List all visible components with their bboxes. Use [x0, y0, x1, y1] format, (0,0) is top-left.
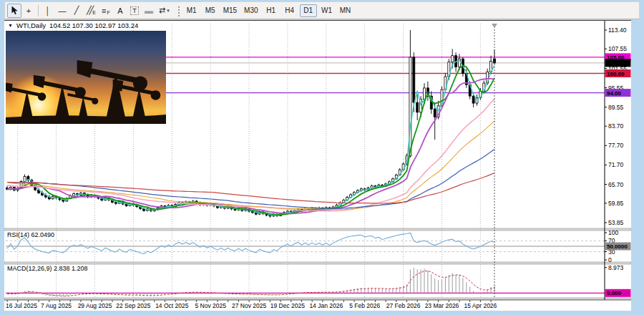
date-label: 16 Jul 2025 — [6, 302, 37, 309]
macd-signal-line — [7, 271, 494, 296]
chart-title: ▼ WTI,Daily 104.52 107.30 102.97 103.24 — [8, 21, 138, 29]
timeframe-m15-button[interactable]: M15 — [220, 4, 240, 17]
date-label: 5 Feb 2026 — [349, 302, 380, 309]
rsi-panel — [6, 233, 605, 253]
ohlc-values: 104.52 107.30 102.97 103.24 — [49, 21, 138, 29]
macd-panel — [6, 268, 605, 296]
price-tick-label: 71.70 — [608, 161, 624, 168]
price-tick-label: 53.85 — [608, 219, 624, 226]
panel-separator[interactable] — [4, 228, 631, 231]
candle-body — [424, 88, 426, 100]
trendline-icon: ╱ — [74, 6, 79, 15]
fibonacci-tool-button[interactable]: ≡F — [99, 4, 113, 18]
date-label: 5 Nov 2025 — [195, 302, 226, 309]
date-label: 22 Sep 2025 — [116, 302, 150, 309]
price-tick-label: 113.40 — [608, 26, 627, 34]
date-label: 15 Apr 2026 — [464, 302, 497, 309]
toolbar: +│—╱╱╱E≡FAT▬⇄▾ M1M5M15M30H1H4D1W1MN — [4, 1, 640, 19]
candle-body — [434, 109, 436, 117]
price-tick-label: 89.55 — [608, 104, 624, 111]
candle-body — [413, 57, 415, 102]
equidistant-channel-tool-button[interactable]: ╱╱E — [84, 4, 99, 18]
toolbar-tools: +│—╱╱╱E≡FAT▬⇄▾ — [7, 4, 172, 18]
price-badge-103.24: 103.24 — [607, 60, 625, 67]
candle-body — [409, 57, 411, 156]
candle-body — [416, 102, 419, 112]
fibonacci-icon: ≡ — [102, 6, 106, 15]
date-axis[interactable]: 16 Jul 20257 Aug 202529 Aug 202522 Sep 2… — [4, 300, 631, 311]
date-label: 14 Jan 2026 — [309, 302, 343, 309]
pumpjack-silhouettes — [6, 31, 166, 124]
cursor-icon — [11, 6, 18, 15]
rsi-line — [7, 233, 494, 253]
rsi-tick-label: 100 — [608, 229, 618, 236]
timeframe-m5-button[interactable]: M5 — [202, 4, 219, 17]
timeframe-h4-button[interactable]: H4 — [281, 4, 298, 17]
panel-separator[interactable] — [4, 262, 631, 264]
mt4-window: { "window": {"frame_color": "#b9d7ef"}, … — [0, 0, 644, 315]
timeframe-h1-button[interactable]: H1 — [263, 4, 280, 17]
crosshair-tool-button[interactable]: + — [21, 4, 36, 18]
chart-window: 113.40107.55101.5595.5589.5583.7077.7071… — [4, 20, 631, 311]
macd-zero-badge: 0.000 — [607, 290, 622, 296]
fibonacci-sub-letter: F — [107, 10, 109, 15]
date-label: 27 Feb 2026 — [386, 302, 421, 309]
date-label: 29 Aug 2025 — [78, 302, 112, 309]
trendline-tool-button[interactable]: ╱ — [69, 4, 84, 18]
price-tick-label: 77.70 — [608, 142, 624, 149]
text-icon: A — [117, 6, 122, 15]
horizontal-line-tool-button[interactable]: — — [55, 4, 69, 18]
price-tick-label: 83.70 — [608, 122, 624, 130]
macd-indicator-label: MACD(12,26,9) 2.838 1.208 — [7, 265, 88, 272]
rsi-indicator-label: RSI(14) 62.0490 — [7, 231, 54, 238]
candle-body — [24, 177, 26, 182]
price-axis[interactable]: 113.40107.55101.5595.5589.5583.7077.7071… — [605, 21, 631, 300]
price-tick-label: 107.55 — [608, 45, 627, 52]
crosshair-icon: + — [26, 6, 31, 15]
date-label: 7 Aug 2025 — [41, 302, 72, 309]
shapes-icon: ▬ — [145, 6, 153, 16]
symbol-dropdown-icon[interactable]: ▼ — [8, 23, 13, 28]
text-label-icon: T — [130, 6, 139, 15]
equidistant-channel-icon: ╱╱ — [87, 6, 92, 15]
timeframe-w1-button[interactable]: W1 — [318, 4, 336, 17]
date-label: 27 Nov 2025 — [232, 302, 266, 309]
rsi-level-badge: 50.0000 — [607, 243, 628, 250]
shapes-tool-button[interactable]: ▬ — [142, 4, 156, 18]
timeframe-d1-button[interactable]: D1 — [300, 4, 317, 17]
arrows-icon: ⇄ — [159, 6, 165, 15]
price-tick-label: 65.70 — [608, 181, 624, 188]
timeframe-m30-button[interactable]: M30 — [241, 4, 260, 17]
arrows-tool-button[interactable]: ⇄▾ — [156, 4, 172, 18]
horizontal-line-icon: — — [59, 6, 67, 15]
timeframe-mn-button[interactable]: MN — [337, 4, 354, 17]
text-label-tool-button[interactable]: T — [127, 4, 142, 18]
date-label: 14 Oct 2025 — [155, 302, 189, 309]
vertical-line-icon: │ — [46, 6, 51, 15]
text-tool-button[interactable]: A — [113, 4, 127, 18]
vertical-line-tool-button[interactable]: │ — [41, 4, 55, 18]
price-badge-94.00: 94.00 — [607, 90, 622, 97]
timeframe-m1-button[interactable]: M1 — [183, 4, 200, 17]
candle-body — [452, 56, 454, 62]
equidistant-channel-sub-letter: E — [92, 10, 94, 15]
ma-100-line — [7, 173, 494, 204]
date-label: 19 Dec 2025 — [270, 302, 305, 309]
price-badge-100.00: 100.00 — [607, 71, 625, 77]
macd-tick-label: 8.973 — [608, 264, 624, 271]
shift-end-marker-icon[interactable] — [492, 24, 497, 28]
price-tick-label: 59.85 — [608, 200, 624, 207]
cursor-tool-button[interactable] — [7, 4, 21, 18]
date-label: 23 Mar 2026 — [425, 302, 459, 309]
ma-60-line — [7, 150, 494, 209]
toolbar-separator — [38, 5, 39, 16]
dropdown-caret-icon[interactable]: ▾ — [167, 8, 170, 14]
toolbar-grip[interactable] — [177, 5, 180, 16]
oil-pumpjacks-photo — [6, 31, 166, 124]
candle-body — [472, 96, 474, 103]
toolbar-timeframes: M1M5M15M30H1H4D1W1MN — [183, 4, 354, 17]
symbol-period-label[interactable]: WTI,Daily — [16, 21, 46, 29]
rsi-tick-label: 0 — [608, 256, 612, 263]
